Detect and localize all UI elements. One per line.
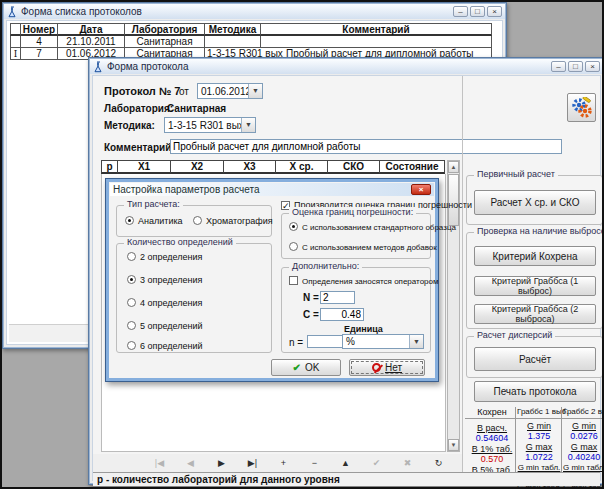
no-button[interactable]: Нет — [349, 359, 425, 376]
column-header-comment[interactable]: Комментарий — [260, 23, 492, 36]
method-label: Методика: — [104, 120, 155, 131]
grid-header-xmean[interactable]: X ср. — [275, 160, 327, 174]
radio-5-determinations[interactable]: 5 определений — [127, 321, 202, 331]
print-protocol-button[interactable]: Печать протокола — [474, 381, 596, 402]
cell-lab[interactable]: Санитарная — [124, 36, 204, 48]
nav-delete-button[interactable]: − — [300, 456, 329, 470]
radio-2-determinations[interactable]: 2 определения — [127, 252, 202, 262]
radio-chromatography[interactable]: Хроматография — [193, 216, 273, 226]
unit-combo[interactable]: % ▼ — [342, 334, 424, 349]
c-input[interactable] — [320, 308, 364, 321]
chevron-down-icon[interactable]: ▼ — [248, 84, 262, 98]
protocol-form-titlebar[interactable]: Форма протокола – □ × — [90, 59, 603, 74]
radio-analytics[interactable]: Аналитика — [125, 216, 183, 226]
column-header-method[interactable]: Методика — [204, 23, 260, 36]
scroll-up-icon[interactable]: ▲ — [448, 161, 459, 173]
radio-icon — [125, 216, 134, 225]
stats-divider — [561, 407, 562, 481]
chevron-down-icon[interactable]: ▼ — [409, 335, 423, 348]
minimize-button[interactable]: – — [551, 61, 566, 72]
no-entry-icon — [372, 363, 381, 372]
close-button[interactable]: × — [487, 6, 502, 17]
stat-value: 1.0722 — [517, 452, 561, 462]
group-primary-calc-caption: Первичный расчет — [474, 169, 558, 179]
column-header-number[interactable]: Номер — [20, 23, 57, 36]
stat-label: G min — [517, 421, 561, 431]
stat-label: G max — [517, 442, 561, 452]
stats-top-rule — [465, 418, 604, 419]
radio-icon — [127, 341, 136, 350]
nav-first-button[interactable]: |◀ — [145, 456, 174, 470]
radio-3-determinations[interactable]: 3 определения — [127, 275, 202, 285]
dialog-calc-settings: Настройка параметров расчета × Тип расче… — [105, 178, 439, 382]
stat-label: В расч. — [469, 423, 515, 433]
minimize-button[interactable]: – — [453, 6, 468, 17]
panel-divider — [462, 76, 463, 481]
stat-label: G min табл. — [517, 463, 561, 472]
ok-button[interactable]: ✔ OK — [271, 359, 341, 376]
radio-icon — [289, 222, 298, 231]
group-error-bounds: Оценка границ погрешности: С использован… — [281, 213, 431, 259]
calc-dispersion-button[interactable]: Расчёт — [474, 347, 596, 371]
no-button-label: Нет — [385, 362, 402, 373]
protocol-list-title: Форма списка протоколов — [21, 6, 142, 17]
nav-cancel-button[interactable]: ✖ — [393, 456, 422, 470]
maximize-button[interactable]: □ — [568, 61, 583, 72]
cell-number[interactable]: 7 — [20, 48, 57, 60]
row-indicator-header — [10, 23, 20, 36]
group-calc-type-caption: Тип расчета: — [124, 199, 183, 209]
checkbox-operator-entry[interactable]: Определения заносятся оператором — [289, 276, 439, 286]
group-additional-caption: Дополнительно: — [289, 261, 362, 271]
radio-6-determinations[interactable]: 6 определений — [127, 341, 202, 351]
n-upper-input[interactable] — [320, 291, 355, 304]
close-button[interactable]: × — [585, 61, 600, 72]
dialog-titlebar[interactable]: Настройка параметров расчета × — [110, 183, 434, 196]
method-combo[interactable]: 1-3-15 R301 вых ▼ — [164, 117, 256, 133]
nav-next-button[interactable]: ▶ — [207, 456, 236, 470]
comment-input[interactable] — [170, 139, 562, 154]
radio-standard-sample[interactable]: С использованием стандартного образца — [289, 222, 456, 232]
gears-icon — [571, 97, 593, 119]
grid-header-x3[interactable]: X3 — [223, 160, 275, 174]
cell-number[interactable]: 4 — [20, 36, 57, 48]
unit-value: % — [343, 336, 409, 347]
grid-header-state[interactable]: Состояние — [379, 160, 445, 174]
cell-comment[interactable] — [260, 36, 492, 48]
nav-edit-button[interactable]: ▲ — [331, 456, 360, 470]
stat-value: 1.375 — [517, 431, 561, 441]
stats-header-cochran: Кохрен — [469, 407, 515, 417]
grubbs1-criterion-button[interactable]: Критерий Граббса (1 выброс) — [474, 276, 596, 296]
grubbs2-criterion-button[interactable]: Критерий Граббса (2 выброса) — [474, 304, 596, 324]
nav-prior-button[interactable]: ◀ — [176, 456, 205, 470]
cell-date[interactable]: 21.10.2011 — [57, 36, 124, 48]
grid-header-x2[interactable]: X2 — [170, 160, 223, 174]
protocol-form-title: Форма протокола — [107, 61, 189, 72]
protocol-date-value: 01.06.2012 — [198, 86, 248, 97]
column-header-lab[interactable]: Лаборатория — [124, 23, 204, 36]
chevron-down-icon[interactable]: ▼ — [241, 118, 255, 132]
cochran-criterion-button[interactable]: Критерий Кохрена — [474, 246, 596, 266]
cell-method[interactable] — [204, 36, 260, 48]
method-value: 1-3-15 R301 вых — [165, 120, 241, 131]
dialog-close-button[interactable]: × — [411, 184, 431, 195]
column-header-date[interactable]: Дата — [57, 23, 124, 36]
maximize-button[interactable]: □ — [470, 6, 485, 17]
nav-insert-button[interactable]: + — [269, 456, 298, 470]
grid-header-x1[interactable]: X1 — [117, 160, 170, 174]
nav-refresh-button[interactable]: ↻ — [424, 456, 453, 470]
grid-header-p[interactable]: p — [101, 160, 117, 174]
protocol-date-combo[interactable]: 01.06.2012 ▼ — [197, 83, 263, 99]
radio-additive-method[interactable]: С использованием методов добавок — [289, 242, 437, 252]
radio-icon — [127, 321, 136, 330]
radio-4-determinations[interactable]: 4 определения — [127, 298, 202, 308]
nav-last-button[interactable]: ▶| — [238, 456, 267, 470]
radio-icon — [289, 242, 298, 251]
nav-post-button[interactable]: ✔ — [362, 456, 391, 470]
calculation-settings-button[interactable] — [567, 93, 596, 122]
protocol-list-titlebar[interactable]: Форма списка протоколов – □ × — [4, 4, 505, 19]
scroll-down-icon[interactable]: ▼ — [448, 439, 459, 451]
calc-mean-sko-button[interactable]: Расчет X ср. и СКО — [474, 190, 596, 215]
stat-value: 0.40240 — [563, 452, 604, 462]
desktop: Форма списка протоколов – □ × Номер Дата… — [0, 0, 604, 489]
grid-header-sko[interactable]: СКО — [327, 160, 379, 174]
